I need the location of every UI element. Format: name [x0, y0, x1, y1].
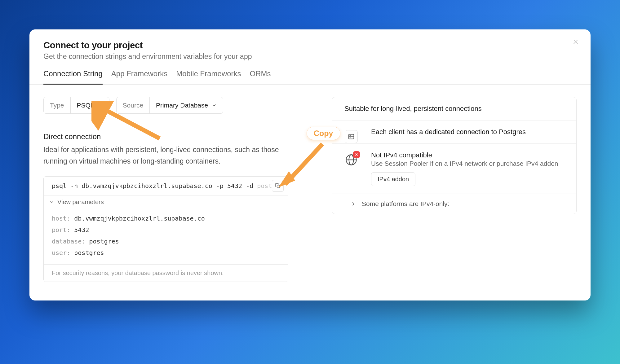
info-row-text: Suitable for long-lived, persistent conn… — [344, 105, 564, 113]
param-user: user: postgres — [52, 247, 280, 259]
source-select-value: Primary Database — [156, 102, 208, 109]
view-parameters-toggle[interactable]: View parameters — [44, 195, 288, 209]
connection-string-tail: post — [257, 182, 272, 190]
copy-button[interactable] — [272, 180, 284, 192]
chevron-down-icon — [212, 103, 217, 108]
connect-modal: Connect to your project Get the connecti… — [29, 29, 591, 300]
security-note: For security reasons, your database pass… — [44, 264, 288, 282]
globe-icon-slot — [343, 151, 360, 169]
chevron-right-icon — [351, 201, 356, 207]
ipv4-addon-button[interactable]: IPv4 addon — [371, 172, 415, 186]
source-label: Source — [117, 97, 150, 113]
view-parameters-label: View parameters — [57, 199, 104, 206]
connection-string-line: psql -h db.vwmzqjvkpbzcihoxzlrl.supabase… — [44, 177, 288, 195]
type-select[interactable]: PSQL — [71, 97, 109, 113]
modal-subtitle: Get the connection strings and environme… — [43, 52, 577, 61]
param-port: port: 5432 — [52, 224, 280, 236]
tab-mobile-frameworks[interactable]: Mobile Frameworks — [176, 69, 241, 85]
modal-body: Type PSQL Source Primary Database Direct… — [29, 85, 591, 300]
database-icon-slot — [343, 128, 360, 145]
type-select-group: Type PSQL — [43, 97, 109, 114]
left-column: Type PSQL Source Primary Database Direct… — [43, 97, 288, 282]
param-host: host: db.vwmzqjvkpbzcihoxzlrl.supabase.c… — [52, 213, 280, 224]
tab-app-frameworks[interactable]: App Frameworks — [111, 69, 167, 85]
param-database: database: postgres — [52, 236, 280, 247]
info-row-text: Each client has a dedicated connection t… — [371, 128, 564, 136]
chevron-down-icon — [49, 200, 54, 204]
tab-orms[interactable]: ORMs — [250, 69, 271, 85]
info-row-sub: Use Session Pooler if on a IPv4 network … — [371, 160, 564, 167]
info-row-ipv4: Not IPv4 compatible Use Session Pooler i… — [332, 144, 576, 194]
type-select-value: PSQL — [77, 102, 94, 109]
copy-icon — [275, 183, 281, 189]
tab-bar: Connection String App Frameworks Mobile … — [29, 69, 591, 85]
chevron-down-icon — [98, 103, 103, 108]
source-select[interactable]: Primary Database — [150, 97, 223, 113]
tab-connection-string[interactable]: Connection String — [43, 69, 103, 85]
annotation-copy-label: Copy — [307, 127, 340, 140]
close-button[interactable] — [570, 36, 581, 47]
info-row-suitable: Suitable for long-lived, persistent conn… — [332, 97, 576, 121]
close-icon — [573, 39, 579, 45]
direct-connection-desc: Ideal for applications with persistent, … — [43, 144, 285, 167]
parameters-body: host: db.vwmzqjvkpbzcihoxzlrl.supabase.c… — [44, 209, 288, 264]
error-badge-icon — [353, 151, 360, 158]
connection-code-box: psql -h db.vwmzqjvkpbzcihoxzlrl.supabase… — [43, 176, 288, 282]
connection-string-text: psql -h db.vwmzqjvkpbzcihoxzlrl.supabase… — [52, 182, 257, 190]
info-row-text: Some platforms are IPv4-only: — [362, 200, 449, 208]
svg-rect-2 — [277, 185, 280, 187]
direct-connection-title: Direct connection — [43, 132, 288, 141]
right-column: Suitable for long-lived, persistent conn… — [332, 97, 577, 282]
info-list: Suitable for long-lived, persistent conn… — [332, 97, 577, 214]
source-select-group: Source Primary Database — [116, 97, 224, 114]
modal-title: Connect to your project — [43, 40, 577, 50]
info-row-platforms-expand[interactable]: Some platforms are IPv4-only: — [332, 194, 576, 214]
modal-header: Connect to your project Get the connecti… — [29, 29, 591, 61]
select-row: Type PSQL Source Primary Database — [43, 97, 288, 114]
info-row-dedicated: Each client has a dedicated connection t… — [332, 121, 576, 144]
type-label: Type — [44, 97, 71, 113]
database-icon — [348, 133, 355, 140]
info-row-title: Not IPv4 compatible — [371, 151, 564, 159]
